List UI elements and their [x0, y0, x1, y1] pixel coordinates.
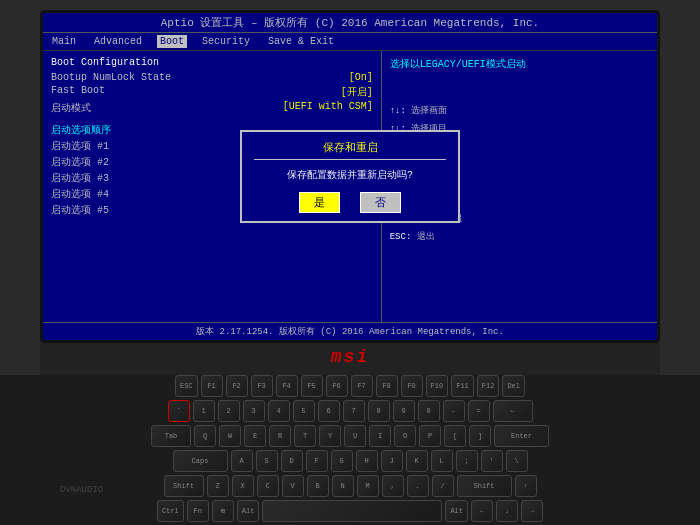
key-o[interactable]: O: [394, 425, 416, 447]
key-f8[interactable]: F8: [376, 375, 398, 397]
key-e[interactable]: E: [244, 425, 266, 447]
key-7[interactable]: 7: [343, 400, 365, 422]
key-p[interactable]: P: [419, 425, 441, 447]
key-backslash[interactable]: \: [506, 450, 528, 472]
keyboard-area: DVNAUDIO ESC F1 F2 F3 F4 F5 F6 F7 F8 F9 …: [0, 375, 700, 525]
key-down[interactable]: ↓: [496, 500, 518, 522]
key-equals[interactable]: =: [468, 400, 490, 422]
keyboard-row-zxcv: Shift Z X C V B N M , . / Shift ↑: [60, 475, 640, 497]
keyboard-row-asdf: Caps A S D F G H J K L ; ' \: [60, 450, 640, 472]
msi-logo: msi: [331, 347, 369, 367]
save-restart-dialog: 保存和重启 保存配置数据并重新启动吗? 是 否: [240, 130, 460, 223]
key-0[interactable]: 0: [418, 400, 440, 422]
key-g[interactable]: G: [331, 450, 353, 472]
key-semicolon[interactable]: ;: [456, 450, 478, 472]
key-1[interactable]: 1: [193, 400, 215, 422]
key-r[interactable]: R: [269, 425, 291, 447]
key-w[interactable]: W: [219, 425, 241, 447]
key-f6[interactable]: F6: [326, 375, 348, 397]
key-period[interactable]: .: [407, 475, 429, 497]
key-8[interactable]: 8: [368, 400, 390, 422]
key-up[interactable]: ↑: [515, 475, 537, 497]
key-v[interactable]: V: [282, 475, 304, 497]
key-quote[interactable]: ': [481, 450, 503, 472]
dvnaudio-label: DVNAUDIO: [60, 485, 103, 495]
keyboard-row-space: Ctrl Fn ⊞ Alt Alt ← ↓ →: [60, 500, 640, 522]
key-h[interactable]: H: [356, 450, 378, 472]
key-c[interactable]: C: [257, 475, 279, 497]
key-b[interactable]: B: [307, 475, 329, 497]
key-right[interactable]: →: [521, 500, 543, 522]
key-caps[interactable]: Caps: [173, 450, 228, 472]
key-shift-r[interactable]: Shift: [457, 475, 512, 497]
key-space[interactable]: [262, 500, 442, 522]
key-f4[interactable]: F4: [276, 375, 298, 397]
key-l[interactable]: L: [431, 450, 453, 472]
key-t[interactable]: T: [294, 425, 316, 447]
key-shift-l[interactable]: Shift: [164, 475, 204, 497]
key-comma[interactable]: ,: [382, 475, 404, 497]
key-f[interactable]: F: [306, 450, 328, 472]
dialog-title: 保存和重启: [254, 140, 446, 160]
key-u[interactable]: U: [344, 425, 366, 447]
key-alt-l[interactable]: Alt: [237, 500, 260, 522]
key-y[interactable]: Y: [319, 425, 341, 447]
key-d[interactable]: D: [281, 450, 303, 472]
key-fn[interactable]: Fn: [187, 500, 209, 522]
screen-bezel: Aptio 设置工具 – 版权所有 (C) 2016 American Mega…: [40, 10, 660, 343]
key-9[interactable]: 9: [393, 400, 415, 422]
key-j[interactable]: J: [381, 450, 403, 472]
key-backspace[interactable]: ←: [493, 400, 533, 422]
key-f2[interactable]: F2: [226, 375, 248, 397]
keyboard: ESC F1 F2 F3 F4 F5 F6 F7 F8 F9 F10 F11 F…: [60, 375, 640, 525]
key-f9[interactable]: F9: [401, 375, 423, 397]
key-enter[interactable]: Enter: [494, 425, 549, 447]
key-4[interactable]: 4: [268, 400, 290, 422]
key-f11[interactable]: F11: [451, 375, 474, 397]
key-f3[interactable]: F3: [251, 375, 273, 397]
dialog-yes-button[interactable]: 是: [299, 192, 340, 213]
key-2[interactable]: 2: [218, 400, 240, 422]
laptop-body: Aptio 设置工具 – 版权所有 (C) 2016 American Mega…: [0, 0, 700, 525]
bios-screen: Aptio 设置工具 – 版权所有 (C) 2016 American Mega…: [43, 13, 657, 340]
key-i[interactable]: I: [369, 425, 391, 447]
key-q[interactable]: Q: [194, 425, 216, 447]
dialog-buttons: 是 否: [254, 192, 446, 213]
key-m[interactable]: M: [357, 475, 379, 497]
key-del[interactable]: Del: [502, 375, 525, 397]
dialog-message: 保存配置数据并重新启动吗?: [254, 168, 446, 182]
key-lbracket[interactable]: [: [444, 425, 466, 447]
keyboard-row-fn: ESC F1 F2 F3 F4 F5 F6 F7 F8 F9 F10 F11 F…: [60, 375, 640, 397]
key-slash[interactable]: /: [432, 475, 454, 497]
key-win[interactable]: ⊞: [212, 500, 234, 522]
key-5[interactable]: 5: [293, 400, 315, 422]
key-f12[interactable]: F12: [477, 375, 500, 397]
key-6[interactable]: 6: [318, 400, 340, 422]
keyboard-row-numbers: ` 1 2 3 4 5 6 7 8 9 0 - = ←: [60, 400, 640, 422]
key-rbracket[interactable]: ]: [469, 425, 491, 447]
keyboard-row-qwerty: Tab Q W E R T Y U I O P [ ] Enter: [60, 425, 640, 447]
key-f7[interactable]: F7: [351, 375, 373, 397]
key-f5[interactable]: F5: [301, 375, 323, 397]
key-f10[interactable]: F10: [426, 375, 449, 397]
key-n[interactable]: N: [332, 475, 354, 497]
key-alt-r[interactable]: Alt: [445, 500, 468, 522]
key-a[interactable]: A: [231, 450, 253, 472]
key-x[interactable]: X: [232, 475, 254, 497]
key-f1[interactable]: F1: [201, 375, 223, 397]
key-3[interactable]: 3: [243, 400, 265, 422]
key-backtick[interactable]: `: [168, 400, 190, 422]
key-k[interactable]: K: [406, 450, 428, 472]
key-left[interactable]: ←: [471, 500, 493, 522]
key-ctrl-l[interactable]: Ctrl: [157, 500, 184, 522]
key-tab[interactable]: Tab: [151, 425, 191, 447]
dialog-overlay: 保存和重启 保存配置数据并重新启动吗? 是 否: [43, 13, 657, 340]
key-s[interactable]: S: [256, 450, 278, 472]
key-minus[interactable]: -: [443, 400, 465, 422]
key-z[interactable]: Z: [207, 475, 229, 497]
dialog-no-button[interactable]: 否: [360, 192, 401, 213]
key-esc[interactable]: ESC: [175, 375, 198, 397]
